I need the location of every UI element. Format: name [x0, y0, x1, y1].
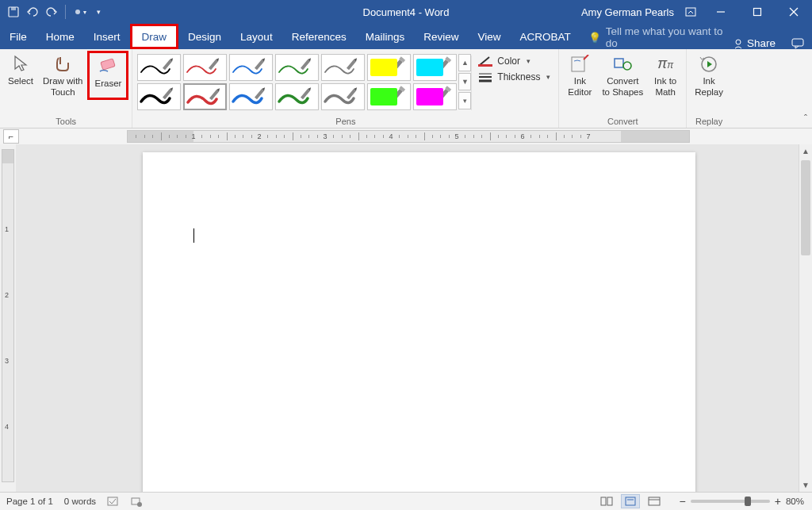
tab-design[interactable]: Design — [178, 24, 231, 49]
replay-icon — [696, 54, 722, 75]
svg-rect-17 — [301, 59, 310, 70]
svg-rect-44 — [615, 59, 623, 67]
close-button[interactable] — [776, 0, 812, 24]
spellcheck-icon[interactable] — [107, 496, 120, 507]
minimize-button[interactable] — [703, 0, 739, 24]
ink-to-math-button[interactable]: ππ Ink to Math — [648, 51, 683, 98]
save-icon[interactable] — [5, 3, 22, 21]
select-button[interactable]: Select — [3, 51, 38, 87]
horizontal-ruler[interactable]: 1234567 — [127, 130, 690, 143]
pen-swatch[interactable] — [183, 54, 227, 81]
to-math-label-1: Ink to — [654, 76, 676, 87]
print-layout-button[interactable] — [621, 494, 640, 508]
ink-editor-label-2: Editor — [568, 87, 592, 98]
pen-thickness-dropdown[interactable]: Thickness ▾ — [478, 71, 550, 82]
redo-icon[interactable] — [43, 3, 60, 21]
page-viewport[interactable] — [16, 144, 812, 492]
pen-swatch[interactable] — [367, 83, 411, 110]
tab-selector[interactable]: ⌐ — [3, 129, 19, 144]
tab-acrobat[interactable]: ACROBAT — [511, 24, 580, 49]
ruler-number: 7 — [586, 132, 590, 140]
pen-swatch[interactable] — [229, 83, 273, 110]
pen-swatch[interactable] — [275, 54, 319, 81]
tab-insert[interactable]: Insert — [84, 24, 130, 49]
zoom-in-button[interactable]: + — [775, 495, 781, 508]
ruler-number: 4 — [389, 132, 393, 140]
scrollbar-thumb[interactable] — [801, 160, 810, 255]
zoom-out-button[interactable]: − — [680, 495, 686, 508]
pens-gallery-expand[interactable]: ▾ — [458, 92, 471, 109]
tab-references[interactable]: References — [282, 24, 356, 49]
tab-review[interactable]: Review — [414, 24, 468, 49]
collapse-ribbon-icon[interactable]: ˆ — [804, 113, 807, 125]
ruler-number: 3 — [323, 132, 327, 140]
vruler-number: 3 — [5, 357, 9, 365]
ink-replay-label-1: Ink — [703, 76, 714, 87]
document-page[interactable] — [143, 152, 695, 492]
tell-me-search[interactable]: 💡 Tell me what you want to do — [580, 25, 725, 49]
pen-swatch[interactable] — [413, 54, 457, 81]
pen-swatch[interactable] — [183, 83, 227, 110]
ruler-number: 5 — [454, 132, 458, 140]
select-label: Select — [8, 76, 33, 87]
ink-editor-button[interactable]: Ink Editor — [562, 51, 597, 98]
pen-thickness-label: Thickness — [497, 71, 540, 82]
pens-gallery-scroll: ▲ ▼ ▾ — [458, 51, 471, 112]
read-mode-button[interactable] — [597, 494, 616, 508]
tell-me-placeholder: Tell me what you want to do — [606, 25, 725, 49]
draw-with-touch-button[interactable]: Draw with Touch — [38, 51, 87, 98]
pen-swatch[interactable] — [229, 54, 273, 81]
pen-swatch[interactable] — [275, 83, 319, 110]
pen-swatch[interactable] — [413, 83, 457, 110]
pen-swatch[interactable] — [137, 83, 181, 110]
svg-rect-1 — [11, 7, 16, 10]
tab-view[interactable]: View — [468, 24, 510, 49]
page-indicator[interactable]: Page 1 of 1 — [6, 497, 53, 506]
vruler-number: 4 — [5, 423, 9, 431]
svg-rect-19 — [347, 59, 356, 70]
ink-replay-button[interactable]: Ink Replay — [690, 51, 728, 98]
macro-record-icon[interactable] — [131, 496, 142, 507]
group-replay: Ink Replay Replay — [687, 49, 731, 128]
eraser-button[interactable]: Eraser — [87, 51, 128, 100]
pen-swatch[interactable] — [137, 54, 181, 81]
pens-scroll-down[interactable]: ▼ — [458, 73, 471, 90]
word-count[interactable]: 0 words — [64, 497, 96, 506]
web-layout-button[interactable] — [645, 494, 664, 508]
svg-rect-23 — [439, 59, 449, 71]
tab-home[interactable]: Home — [36, 24, 84, 49]
touch-mode-icon[interactable]: ▾ — [71, 3, 88, 21]
draw-touch-label-2: Touch — [51, 87, 75, 98]
vertical-scrollbar[interactable]: ▲ ▼ — [799, 144, 812, 492]
tab-file[interactable]: File — [0, 24, 36, 49]
zoom-slider-handle[interactable] — [745, 497, 751, 506]
vertical-ruler[interactable]: 1234 — [2, 149, 14, 482]
pens-scroll-up[interactable]: ▲ — [458, 54, 471, 71]
share-button[interactable]: Share — [725, 37, 783, 49]
svg-rect-39 — [478, 64, 492, 67]
tab-mailings[interactable]: Mailings — [356, 24, 415, 49]
scroll-up-icon[interactable]: ▲ — [799, 144, 812, 158]
svg-rect-51 — [607, 497, 612, 505]
scroll-down-icon[interactable]: ▼ — [799, 478, 812, 492]
comments-icon[interactable] — [783, 38, 812, 49]
tab-draw[interactable]: Draw — [130, 24, 179, 49]
ribbon-display-options-icon[interactable] — [679, 3, 703, 21]
zoom-level[interactable]: 80% — [786, 497, 804, 506]
pen-color-dropdown[interactable]: Color ▾ — [478, 56, 550, 67]
draw-touch-label-1: Draw with — [43, 76, 82, 87]
undo-icon[interactable] — [24, 3, 41, 21]
zoom-slider[interactable] — [691, 500, 770, 503]
user-name[interactable]: Amy German Pearls — [581, 6, 679, 18]
lightbulb-icon: 💡 — [588, 32, 601, 44]
horizontal-ruler-bar: ⌐ 1234567 — [0, 128, 812, 144]
pen-swatch[interactable] — [321, 83, 365, 110]
pen-swatch[interactable] — [321, 54, 365, 81]
tab-layout[interactable]: Layout — [231, 24, 282, 49]
maximize-button[interactable] — [739, 0, 776, 24]
pen-swatch[interactable] — [367, 54, 411, 81]
chevron-down-icon: ▾ — [527, 57, 530, 65]
qat-customize-icon[interactable]: ▾ — [90, 3, 107, 21]
convert-to-shapes-button[interactable]: Convert to Shapes — [597, 51, 648, 98]
svg-rect-5 — [754, 9, 761, 16]
